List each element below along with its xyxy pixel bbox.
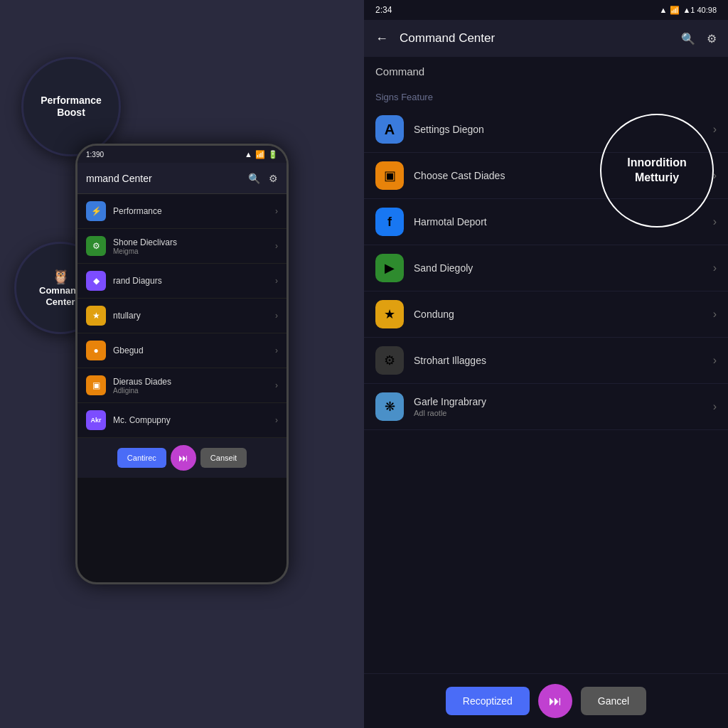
item-sub: Meigma bbox=[113, 247, 275, 255]
item-icon: ★ bbox=[86, 306, 106, 326]
chevron-icon: › bbox=[713, 215, 717, 228]
wifi-icon: 📶 bbox=[670, 6, 680, 15]
chevron-icon: › bbox=[713, 354, 717, 367]
item-title: Strohart Illagges bbox=[414, 355, 713, 366]
right-panel: 2:34 ▲ 📶 ▲1 40:98 ← Command Center 🔍 ⚙ C… bbox=[364, 0, 728, 728]
list-item[interactable]: ▣ Choose Cast Diades › bbox=[364, 153, 728, 199]
phone-header: mmand Center 🔍 ⚙ bbox=[77, 163, 287, 194]
item-icon: f bbox=[375, 208, 404, 236]
chevron-icon: › bbox=[275, 276, 278, 286]
item-icon: ⚙ bbox=[86, 236, 106, 256]
item-icon: A bbox=[375, 115, 404, 144]
item-title: Condung bbox=[414, 309, 713, 320]
continue-button[interactable]: Cantirec bbox=[117, 448, 166, 468]
settings-icon[interactable]: ⚙ bbox=[269, 173, 278, 184]
phone-bottom-buttons: Cantirec ⏭ Canseit bbox=[77, 438, 287, 478]
list-item[interactable]: ▶ Sand Diegoly › bbox=[364, 245, 728, 291]
battery-status: ▲1 40:98 bbox=[682, 6, 717, 14]
chevron-icon: › bbox=[275, 415, 278, 425]
phone-status-icons: ▲ 📶 🔋 bbox=[245, 150, 278, 159]
item-icon: ◆ bbox=[86, 271, 106, 291]
list-item[interactable]: ⚙ Strohart Illagges › bbox=[364, 338, 728, 384]
item-title: Harmotal Deport bbox=[414, 216, 713, 228]
back-button[interactable]: ← bbox=[375, 31, 388, 46]
right-bottom-buttons: Recoptized ⏭ Gancel bbox=[364, 673, 728, 728]
settings-icon[interactable]: ⚙ bbox=[707, 32, 717, 46]
cancel-button[interactable]: Canseit bbox=[200, 448, 247, 468]
phone-header-icons: 🔍 ⚙ bbox=[248, 173, 278, 184]
chevron-icon: › bbox=[713, 400, 717, 413]
search-icon[interactable]: 🔍 bbox=[681, 32, 695, 46]
item-label: Dieraus Diades bbox=[113, 377, 275, 387]
play-skip-button[interactable]: ⏭ bbox=[171, 445, 196, 471]
item-label: Shone Dieclivars bbox=[113, 237, 275, 247]
battery-icon: 🔋 bbox=[268, 150, 278, 159]
command-center-icon: 🦉 bbox=[52, 268, 70, 285]
list-item[interactable]: ◆ rand Diagurs › bbox=[77, 264, 287, 299]
list-item[interactable]: ⚡ Performance › bbox=[77, 194, 287, 229]
list-item[interactable]: ★ Condung › bbox=[364, 291, 728, 338]
list-item[interactable]: ❋ Garle Ingrabrary Adl raotle › bbox=[364, 384, 728, 430]
left-panel: Performance Boost 🦉 Comnand Center 1:390… bbox=[0, 0, 364, 728]
list-item[interactable]: A Settings Diegon › bbox=[364, 107, 728, 153]
performance-boost-label: Performance Boost bbox=[41, 95, 102, 119]
item-icon: ⚡ bbox=[86, 201, 106, 221]
chevron-icon: › bbox=[713, 308, 717, 321]
item-title: Garle Ingrabrary bbox=[414, 396, 713, 407]
item-title: Settings Diegon bbox=[414, 124, 713, 135]
right-header-title: Command Center bbox=[400, 31, 670, 46]
item-icon: ▣ bbox=[375, 161, 404, 190]
search-icon[interactable]: 🔍 bbox=[248, 173, 260, 184]
chevron-icon: › bbox=[713, 169, 717, 182]
list-item[interactable]: ★ ntullary › bbox=[77, 299, 287, 333]
chevron-icon: › bbox=[275, 380, 278, 390]
signal-icon: ▲ bbox=[660, 6, 668, 14]
phone-status-bar: 1:390 ▲ 📶 🔋 bbox=[77, 146, 287, 163]
chevron-icon: › bbox=[713, 262, 717, 274]
item-title: Sand Diegoly bbox=[414, 262, 713, 274]
chevron-icon: › bbox=[275, 346, 278, 355]
item-icon: ★ bbox=[375, 300, 404, 328]
right-time: 2:34 bbox=[375, 5, 392, 15]
chevron-icon: › bbox=[275, 311, 278, 321]
recognized-button[interactable]: Recoptized bbox=[446, 687, 530, 715]
phone-header-title: mmand Center bbox=[86, 173, 248, 184]
signal-icon: ▲ bbox=[245, 150, 252, 159]
item-icon: ❋ bbox=[375, 392, 404, 421]
right-list: A Settings Diegon › ▣ Choose Cast Diades… bbox=[364, 107, 728, 673]
item-icon: ⚙ bbox=[375, 346, 404, 375]
list-item[interactable]: ⚙ Shone Dieclivars Meigma › bbox=[77, 229, 287, 264]
chevron-icon: › bbox=[713, 123, 717, 136]
command-section-label: Command bbox=[364, 57, 728, 80]
item-icon: ● bbox=[86, 341, 106, 360]
item-icon: ▣ bbox=[86, 375, 106, 395]
signs-feature-label: Signs Feature bbox=[364, 80, 728, 107]
right-status-bar: 2:34 ▲ 📶 ▲1 40:98 bbox=[364, 0, 728, 20]
right-status-icons: ▲ 📶 ▲1 40:98 bbox=[660, 6, 717, 15]
phone-frame: 1:390 ▲ 📶 🔋 mmand Center 🔍 ⚙ ⚡ Performan… bbox=[75, 144, 289, 584]
cancel-button[interactable]: Gancel bbox=[581, 687, 646, 715]
list-item[interactable]: Akr Mc. Compupny › bbox=[77, 403, 287, 438]
chevron-icon: › bbox=[275, 206, 278, 216]
phone-list: ⚡ Performance › ⚙ Shone Dieclivars Meigm… bbox=[77, 194, 287, 438]
item-icon: ▶ bbox=[375, 254, 404, 282]
performance-boost-callout: Performance Boost bbox=[21, 57, 121, 156]
item-icon: Akr bbox=[86, 410, 106, 430]
play-skip-button[interactable]: ⏭ bbox=[538, 684, 572, 718]
item-sub: Adligina bbox=[113, 387, 275, 395]
wifi-icon: 📶 bbox=[255, 150, 265, 159]
phone-time: 1:390 bbox=[86, 151, 104, 159]
item-label: Gbegud bbox=[113, 346, 275, 355]
item-label: rand Diagurs bbox=[113, 276, 275, 286]
chevron-icon: › bbox=[275, 241, 278, 251]
right-header-action-icons: 🔍 ⚙ bbox=[681, 32, 717, 46]
item-label: Mc. Compupny bbox=[113, 415, 275, 425]
list-item[interactable]: f Harmotal Deport › bbox=[364, 199, 728, 245]
item-sub: Adl raotle bbox=[414, 409, 713, 417]
right-header: ← Command Center 🔍 ⚙ bbox=[364, 20, 728, 57]
item-label: Performance bbox=[113, 206, 275, 216]
list-item[interactable]: ● Gbegud › bbox=[77, 333, 287, 368]
item-label: ntullary bbox=[113, 311, 275, 321]
item-title: Choose Cast Diades bbox=[414, 170, 713, 181]
list-item[interactable]: ▣ Dieraus Diades Adligina › bbox=[77, 368, 287, 403]
